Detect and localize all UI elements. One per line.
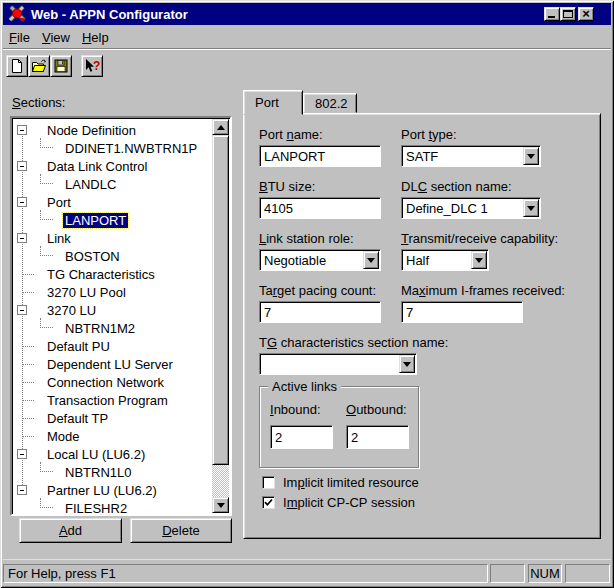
tree-elbow <box>40 246 53 256</box>
tg-characteristics-label: TG characteristics section name: <box>259 336 448 349</box>
scrollbar-thumb[interactable] <box>212 135 229 465</box>
dropdown-button[interactable] <box>471 251 487 269</box>
active-links-title: Active links <box>268 380 341 393</box>
tree-elbow <box>40 498 53 508</box>
tree-item[interactable]: NBTRN1M2 <box>13 319 212 337</box>
btu-size-input[interactable]: 4105 <box>259 197 381 219</box>
tree-item[interactable]: Partner LU (LU6.2) <box>13 481 212 499</box>
collapse-icon[interactable] <box>17 485 27 495</box>
active-links-group: Active links Inbound: Outbound: 2 2 <box>259 386 419 468</box>
tree-item[interactable]: Default TP <box>13 409 212 427</box>
tree-tick <box>22 436 34 437</box>
status-message: For Help, press F1 <box>3 564 488 583</box>
inbound-input[interactable]: 2 <box>270 425 333 449</box>
arrow-up-icon <box>217 125 225 130</box>
tree-scrollbar[interactable] <box>212 119 229 513</box>
max-iframes-received-label: Maximum I-frames received: <box>401 284 565 297</box>
implicit-limited-resource-label: Implicit limited resource <box>283 476 419 489</box>
dropdown-button[interactable] <box>523 199 539 217</box>
scrollbar-track[interactable] <box>212 465 229 497</box>
tree-item[interactable]: Data Link Control <box>13 157 212 175</box>
max-iframes-received-input[interactable]: 7 <box>401 301 523 323</box>
collapse-icon[interactable] <box>17 449 27 459</box>
tree-item[interactable]: Local LU (LU6.2) <box>13 445 212 463</box>
tab-8022[interactable]: 802.2 <box>303 93 357 113</box>
arrow-down-icon <box>367 258 375 263</box>
arrow-down-icon <box>475 258 483 263</box>
tree-item[interactable]: 3270 LU Pool <box>13 283 212 301</box>
minimize-button[interactable] <box>544 7 560 21</box>
tree-item[interactable]: BOSTON <box>13 247 212 265</box>
tree-item-selected[interactable]: LANPORT <box>13 211 212 229</box>
tree-item[interactable]: Node Definition <box>13 121 212 139</box>
port-name-input[interactable]: LANPORT <box>259 145 381 167</box>
new-document-icon <box>9 58 25 74</box>
port-type-select[interactable]: SATF <box>401 145 541 167</box>
status-bar: For Help, press F1 NUM <box>3 559 611 585</box>
target-pacing-count-label: Target pacing count: <box>259 284 376 297</box>
outbound-input[interactable]: 2 <box>346 425 409 449</box>
open-button[interactable] <box>28 55 50 77</box>
tree-item[interactable]: 3270 LU <box>13 301 212 319</box>
tree-item[interactable]: FILESHR2 <box>13 499 212 513</box>
tree-item[interactable]: Dependent LU Server <box>13 355 212 373</box>
delete-button[interactable]: Delete <box>130 518 232 543</box>
maximize-button[interactable] <box>560 7 576 21</box>
tree-elbow <box>40 210 53 220</box>
transmit-receive-label: Transmit/receive capability: <box>401 232 558 245</box>
tree-item[interactable]: Mode <box>13 427 212 445</box>
tree-item[interactable]: Default PU <box>13 337 212 355</box>
dropdown-button[interactable] <box>523 147 539 165</box>
new-button[interactable] <box>6 55 28 77</box>
dropdown-button[interactable] <box>399 355 415 373</box>
dropdown-button[interactable] <box>363 251 379 269</box>
tab-port[interactable]: Port <box>243 90 303 115</box>
scroll-up-button[interactable] <box>212 119 229 135</box>
tree-item[interactable]: Connection Network <box>13 373 212 391</box>
tree-item[interactable]: TG Characteristics <box>13 265 212 283</box>
tg-characteristics-select[interactable] <box>259 353 417 375</box>
collapse-icon[interactable] <box>17 197 27 207</box>
tree-tick <box>22 274 34 275</box>
close-icon: × <box>579 7 593 20</box>
tree-item[interactable]: Link <box>13 229 212 247</box>
save-floppy-icon <box>53 58 69 74</box>
dlc-section-name-select[interactable]: Define_DLC 1 <box>401 197 541 219</box>
minimize-icon <box>548 16 555 18</box>
tree-item[interactable]: LANDLC <box>13 175 212 193</box>
tree-item[interactable]: NBTRN1L0 <box>13 463 212 481</box>
port-name-label: Port name: <box>259 128 323 141</box>
collapse-icon[interactable] <box>17 125 27 135</box>
tree-elbow <box>40 462 53 472</box>
add-button[interactable]: Add <box>19 518 122 543</box>
collapse-icon[interactable] <box>17 161 27 171</box>
tree-elbow <box>40 174 53 184</box>
tree-elbow <box>40 138 53 148</box>
link-station-role-select[interactable]: Negotiable <box>259 249 381 271</box>
implicit-cpcp-session-checkbox[interactable] <box>262 496 275 509</box>
app-window: Web - APPN Configurator × File View Help <box>0 0 614 588</box>
collapse-icon[interactable] <box>17 305 27 315</box>
maximize-icon <box>563 10 573 18</box>
save-button[interactable] <box>50 55 72 77</box>
checkmark-icon <box>264 498 273 507</box>
toolbar: ? <box>3 52 611 79</box>
transmit-receive-select[interactable]: Half <box>401 249 489 271</box>
status-cell-3 <box>565 564 610 583</box>
menu-file[interactable]: File <box>3 27 36 48</box>
help-arrow-icon: ? <box>83 58 101 74</box>
implicit-limited-resource-checkbox[interactable] <box>262 476 275 489</box>
sections-tree: Node Definition DDINET1.NWBTRN1P Data Li… <box>10 116 232 516</box>
tree-item[interactable]: Port <box>13 193 212 211</box>
collapse-icon[interactable] <box>17 233 27 243</box>
scroll-down-button[interactable] <box>212 497 229 513</box>
close-button[interactable]: × <box>578 7 594 21</box>
tree-item[interactable]: DDINET1.NWBTRN1P <box>13 139 212 157</box>
context-help-button[interactable]: ? <box>81 55 103 77</box>
tree-item[interactable]: Transaction Program <box>13 391 212 409</box>
inbound-label: Inbound: <box>270 403 321 416</box>
tree-tick <box>22 382 34 383</box>
menu-view[interactable]: View <box>36 27 76 48</box>
target-pacing-count-input[interactable]: 7 <box>259 301 381 323</box>
menu-help[interactable]: Help <box>76 27 115 48</box>
